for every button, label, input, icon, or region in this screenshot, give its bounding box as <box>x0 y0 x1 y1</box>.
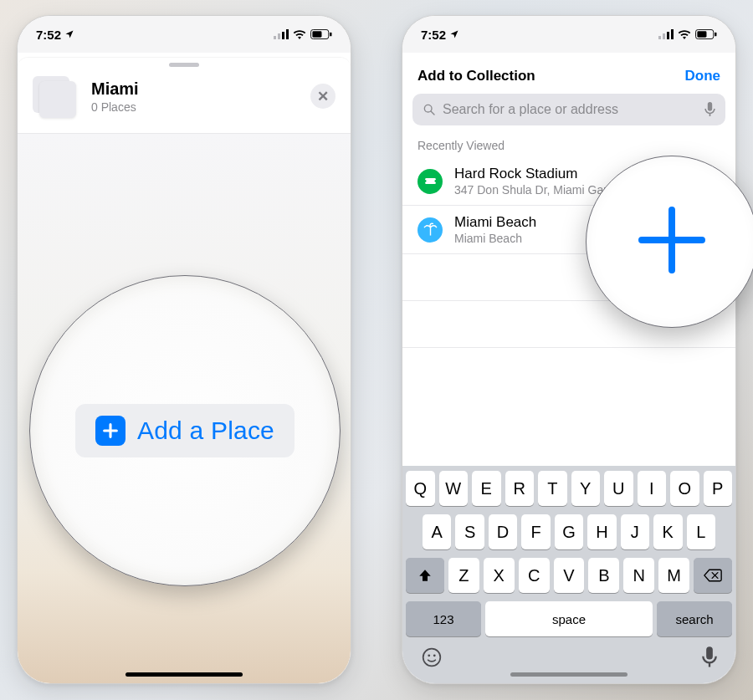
key-c[interactable]: C <box>519 558 550 593</box>
key-e[interactable]: E <box>472 471 501 506</box>
keyboard-row-bottom: 123 space search <box>406 601 732 636</box>
nav-bar: Add to Collection Done <box>402 53 735 94</box>
dictation-icon[interactable] <box>704 102 715 117</box>
svg-rect-13 <box>715 33 716 37</box>
key-m[interactable]: M <box>658 558 689 593</box>
key-shift[interactable] <box>406 558 444 593</box>
key-d[interactable]: D <box>489 514 517 549</box>
svg-rect-0 <box>274 36 276 39</box>
key-j[interactable]: J <box>621 514 649 549</box>
key-q[interactable]: Q <box>406 471 435 506</box>
svg-point-21 <box>423 649 441 667</box>
done-button[interactable]: Done <box>685 68 721 84</box>
key-n[interactable]: N <box>623 558 654 593</box>
svg-rect-24 <box>706 646 713 659</box>
status-right-icons <box>658 29 717 39</box>
key-i[interactable]: I <box>638 471 667 506</box>
key-s[interactable]: S <box>455 514 484 549</box>
key-g[interactable]: G <box>555 514 583 549</box>
key-backspace[interactable] <box>694 558 732 593</box>
palm-icon <box>417 217 443 243</box>
add-place-button[interactable]: Add a Place <box>75 404 295 457</box>
key-u[interactable]: U <box>604 471 633 506</box>
collection-stack-icon <box>33 76 79 116</box>
close-icon: ✕ <box>317 88 329 105</box>
key-x[interactable]: X <box>484 558 515 593</box>
key-123[interactable]: 123 <box>406 601 481 636</box>
svg-rect-1 <box>278 33 280 39</box>
location-arrow-icon <box>449 28 459 42</box>
svg-rect-5 <box>312 31 321 37</box>
key-a[interactable]: A <box>423 514 451 549</box>
shift-icon <box>417 568 433 583</box>
svg-rect-3 <box>286 29 289 39</box>
location-arrow-icon <box>64 28 74 42</box>
key-o[interactable]: O <box>670 471 699 506</box>
svg-line-15 <box>431 111 434 115</box>
close-button[interactable]: ✕ <box>310 84 336 109</box>
nav-title: Add to Collection <box>417 68 535 84</box>
cellular-icon <box>274 29 289 39</box>
status-bar: 7:52 <box>402 16 735 53</box>
svg-rect-12 <box>697 31 706 37</box>
key-t[interactable]: T <box>538 471 567 506</box>
key-z[interactable]: Z <box>448 558 479 593</box>
collection-sheet: Miami 0 Places ✕ Add a Place <box>18 58 351 683</box>
plus-box-icon <box>95 416 126 446</box>
key-k[interactable]: K <box>653 514 682 549</box>
key-search[interactable]: search <box>657 601 732 636</box>
backspace-icon <box>704 569 722 582</box>
key-p[interactable]: P <box>704 471 733 506</box>
key-r[interactable]: R <box>505 471 535 506</box>
sheet-grabber[interactable] <box>169 63 199 67</box>
search-icon <box>423 103 436 116</box>
svg-rect-7 <box>658 36 661 39</box>
svg-rect-10 <box>671 29 674 39</box>
magnifier-plus <box>586 156 753 328</box>
svg-point-19 <box>423 180 426 182</box>
phone-right: 7:52 Add to Collection Done Search fo <box>402 15 736 684</box>
svg-rect-8 <box>663 33 665 39</box>
svg-rect-9 <box>667 32 669 39</box>
svg-rect-2 <box>282 32 284 39</box>
collection-header: Miami 0 Places ✕ <box>18 58 351 128</box>
key-y[interactable]: Y <box>571 471 601 506</box>
magnifier-add-place: Add a Place <box>29 275 341 586</box>
svg-point-23 <box>433 654 436 657</box>
keyboard: Q W E R T Y U I O P A S D F G H J K L Z <box>402 466 735 683</box>
battery-icon <box>695 29 717 39</box>
emoji-button[interactable] <box>421 646 443 672</box>
collection-title: Miami <box>91 79 299 99</box>
collection-subtitle: 0 Places <box>91 100 299 114</box>
phone-left: 7:52 Miami 0 Places <box>17 15 351 684</box>
key-f[interactable]: F <box>521 514 550 549</box>
section-header: Recently Viewed <box>402 134 735 157</box>
svg-point-20 <box>434 180 437 182</box>
svg-rect-16 <box>708 102 712 111</box>
key-v[interactable]: V <box>554 558 585 593</box>
battery-icon <box>310 29 332 39</box>
dictation-button[interactable] <box>702 646 717 672</box>
home-indicator[interactable] <box>126 672 243 677</box>
search-placeholder: Search for a place or address <box>443 102 698 117</box>
key-h[interactable]: H <box>587 514 616 549</box>
svg-rect-18 <box>425 178 436 184</box>
svg-point-22 <box>428 654 430 657</box>
key-b[interactable]: B <box>588 558 619 593</box>
add-place-label: Add a Place <box>137 416 274 445</box>
search-input[interactable]: Search for a place or address <box>412 94 725 125</box>
key-w[interactable]: W <box>439 471 469 506</box>
home-indicator[interactable] <box>510 672 628 677</box>
keyboard-row-2: A S D F G H J K L <box>406 514 732 549</box>
keyboard-row-3: Z X C V B N M <box>406 558 732 593</box>
key-l[interactable]: L <box>687 514 715 549</box>
status-time: 7:52 <box>36 28 61 42</box>
status-right-icons <box>274 29 332 39</box>
status-time: 7:52 <box>421 28 446 42</box>
plus-icon <box>632 200 712 284</box>
keyboard-row-1: Q W E R T Y U I O P <box>406 471 732 506</box>
wifi-icon <box>678 29 691 39</box>
ticket-icon <box>417 169 443 194</box>
svg-rect-6 <box>330 33 331 37</box>
key-space[interactable]: space <box>485 601 653 636</box>
